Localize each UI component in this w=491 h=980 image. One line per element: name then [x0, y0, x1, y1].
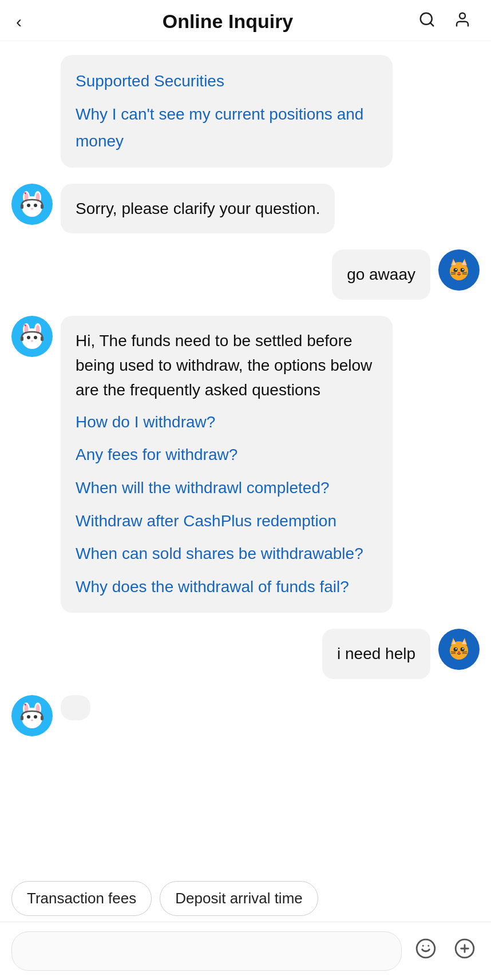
- bubble-clarify: Sorry, please clarify your question.: [61, 184, 335, 233]
- user-icon[interactable]: [450, 11, 475, 32]
- svg-rect-39: [41, 336, 43, 341]
- link-how-withdraw[interactable]: How do I withdraw?: [76, 408, 378, 436]
- svg-point-2: [460, 13, 465, 19]
- svg-rect-12: [21, 204, 23, 209]
- svg-point-66: [417, 939, 435, 958]
- link-cashplus[interactable]: Withdraw after CashPlus redemption: [76, 507, 378, 535]
- plus-icon[interactable]: [450, 938, 480, 965]
- header: ‹ Online Inquiry: [0, 0, 491, 41]
- quick-reply-transaction-fees[interactable]: Transaction fees: [11, 881, 152, 916]
- message-3: go awaay: [11, 249, 480, 299]
- svg-point-49: [462, 648, 464, 649]
- svg-text:♥: ♥: [24, 323, 26, 327]
- svg-rect-13: [41, 204, 43, 209]
- bot-avatar-3: ♥: [11, 695, 53, 736]
- link-funds-fail[interactable]: Why does the withdrawal of funds fail?: [76, 573, 378, 601]
- svg-point-35: [34, 336, 37, 339]
- svg-point-20: [454, 268, 458, 272]
- svg-point-8: [27, 204, 30, 207]
- svg-point-37: [31, 340, 33, 342]
- link-when-completed[interactable]: When will the withdrawl completed?: [76, 474, 378, 502]
- input-bar: [0, 922, 491, 980]
- svg-point-47: [461, 648, 465, 652]
- svg-point-9: [34, 204, 37, 207]
- bubble-need-help: i need help: [322, 629, 430, 679]
- user-avatar-2: [438, 629, 480, 670]
- back-button[interactable]: ‹: [16, 12, 41, 31]
- user-avatar-1: [438, 249, 480, 291]
- svg-point-60: [27, 715, 30, 719]
- svg-point-23: [462, 269, 464, 270]
- link-sold-shares[interactable]: When can sold shares be withdrawable?: [76, 540, 378, 568]
- svg-rect-65: [41, 716, 43, 720]
- bot-avatar-1: ♥: [11, 184, 53, 225]
- link-positions[interactable]: Why I can't see my current positions and…: [76, 101, 378, 155]
- link-supported-securities[interactable]: Supported Securities: [76, 68, 378, 95]
- svg-text:♥: ♥: [24, 191, 26, 195]
- bubble-partial: [61, 695, 90, 720]
- svg-point-22: [456, 269, 457, 270]
- svg-point-50: [458, 652, 460, 653]
- bubble-funds: Hi, The funds need to be settled before …: [61, 316, 393, 613]
- message-4: ♥ Hi, The funds need to be settled befor…: [11, 316, 480, 613]
- svg-point-48: [456, 648, 457, 649]
- search-icon[interactable]: [414, 11, 439, 32]
- bubble-go-away: go awaay: [332, 249, 430, 299]
- svg-rect-38: [21, 336, 23, 341]
- message-input[interactable]: [11, 931, 402, 971]
- svg-point-61: [34, 715, 37, 719]
- bubble-links-1: Supported Securities Why I can't see my …: [61, 55, 393, 168]
- svg-point-11: [31, 208, 33, 209]
- bot-avatar-2: ♥: [11, 316, 53, 357]
- link-fees-withdraw[interactable]: Any fees for withdraw?: [76, 441, 378, 469]
- svg-point-46: [454, 648, 458, 652]
- message-1: Supported Securities Why I can't see my …: [11, 55, 480, 168]
- message-5: i need help: [11, 629, 480, 679]
- partial-message: ♥: [11, 695, 480, 736]
- page-title: Online Inquiry: [41, 10, 414, 33]
- svg-line-1: [430, 23, 433, 26]
- quick-reply-deposit-arrival[interactable]: Deposit arrival time: [160, 881, 318, 916]
- svg-point-63: [31, 719, 33, 721]
- chat-area: Supported Securities Why I can't see my …: [0, 41, 491, 881]
- svg-point-24: [458, 272, 460, 274]
- svg-text:♥: ♥: [24, 703, 26, 707]
- svg-point-21: [461, 268, 465, 272]
- quick-replies: Transaction fees Deposit arrival time: [0, 881, 491, 922]
- svg-point-34: [27, 336, 30, 339]
- emoji-icon[interactable]: [411, 938, 441, 965]
- message-2: ♥ Sorry, please clarify your question.: [11, 184, 480, 233]
- svg-rect-64: [21, 716, 23, 720]
